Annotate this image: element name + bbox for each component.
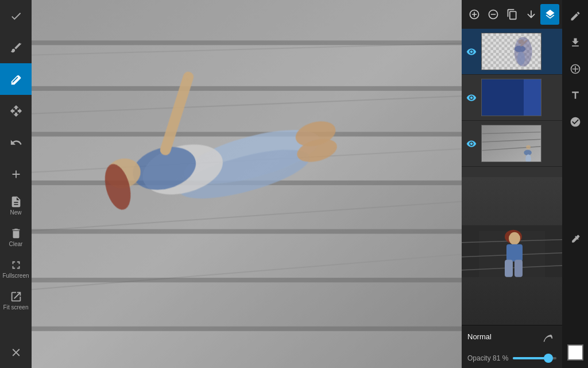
text-tool-button[interactable] (564, 84, 587, 107)
layer-preview (462, 177, 562, 325)
svg-rect-7 (32, 40, 462, 45)
layer-preview-inner (462, 177, 562, 325)
svg-rect-57 (514, 259, 523, 277)
layers-list (462, 29, 562, 177)
move-layer-down-button[interactable] (521, 4, 540, 25)
add-button[interactable] (0, 158, 32, 190)
blend-mode-button[interactable] (539, 328, 556, 346)
svg-rect-14 (32, 185, 462, 229)
svg-rect-40 (524, 79, 540, 116)
clear-button[interactable]: Clear (0, 221, 32, 253)
shape-tool-button[interactable] (564, 57, 587, 80)
fullscreen-button[interactable]: Fullscreen (0, 253, 32, 285)
clear-label: Clear (9, 241, 23, 247)
duplicate-layer-button[interactable] (502, 4, 521, 25)
import-button[interactable] (564, 31, 587, 54)
svg-rect-18 (32, 282, 462, 326)
svg-rect-9 (32, 86, 462, 91)
fitscreen-label: Fit screen (3, 304, 29, 310)
blend-mode-row: Normal (462, 325, 562, 348)
remove-layer-button[interactable] (483, 4, 502, 25)
check-button[interactable] (0, 0, 32, 32)
svg-rect-8 (32, 45, 462, 86)
eraser-tool[interactable] (0, 63, 32, 95)
layer-thumbnail-2 (481, 79, 541, 116)
pen-tool-button[interactable] (564, 5, 587, 28)
blend-mode-label: Normal (467, 332, 539, 341)
svg-point-35 (519, 40, 524, 44)
svg-rect-10 (32, 91, 462, 132)
svg-rect-11 (32, 132, 462, 136)
new-label: New (10, 209, 21, 216)
svg-rect-16 (32, 234, 462, 278)
opacity-slider-fill (513, 357, 548, 359)
opacity-label: Opacity 81 % (467, 354, 508, 362)
left-toolbar: New Clear Fullscreen Fit screen (0, 0, 32, 368)
opacity-row: Opacity 81 % (462, 348, 562, 368)
svg-rect-41 (482, 125, 541, 162)
brush-tool[interactable] (0, 32, 32, 63)
svg-rect-39 (482, 79, 524, 116)
layer-visibility-1[interactable] (465, 45, 478, 59)
canvas-area[interactable] (32, 0, 462, 368)
add-layer-button[interactable] (465, 4, 483, 25)
opacity-slider-track[interactable] (513, 357, 556, 359)
layer-visibility-3[interactable] (465, 137, 478, 151)
layer-thumbnail-1 (481, 33, 541, 70)
stairs-background (32, 0, 462, 368)
svg-rect-20 (32, 331, 462, 368)
svg-point-36 (514, 45, 525, 52)
new-button[interactable]: New (0, 190, 32, 221)
svg-rect-56 (505, 259, 513, 277)
layer-toolbar (462, 0, 562, 29)
svg-rect-6 (32, 0, 462, 40)
color-swatch[interactable] (567, 344, 583, 361)
layer-visibility-2[interactable] (465, 91, 478, 105)
fitscreen-button[interactable]: Fit screen (0, 285, 32, 316)
move-tool[interactable] (0, 95, 32, 126)
color-picker-button[interactable] (564, 228, 587, 251)
effects-button[interactable] (564, 110, 587, 133)
svg-point-38 (517, 52, 525, 65)
close-button[interactable] (0, 336, 32, 368)
layer-item-3[interactable] (462, 121, 562, 167)
svg-rect-55 (506, 244, 523, 261)
layer-item-2[interactable] (462, 75, 562, 121)
opacity-slider-thumb[interactable] (544, 354, 553, 363)
svg-line-37 (521, 41, 527, 46)
layer-thumbnail-3 (481, 125, 541, 162)
layer-item-1[interactable] (462, 29, 562, 75)
svg-point-54 (509, 232, 520, 244)
svg-point-45 (526, 145, 531, 149)
layers-panel-button[interactable] (540, 4, 559, 25)
far-right-toolbar (562, 0, 588, 368)
svg-rect-15 (32, 229, 462, 233)
svg-rect-17 (32, 278, 462, 282)
fullscreen-label: Fullscreen (2, 273, 29, 279)
svg-rect-34 (482, 33, 541, 70)
svg-rect-19 (32, 327, 462, 331)
right-panel: Normal Opacity 81 % (462, 0, 562, 368)
undo-button[interactable] (0, 126, 32, 158)
